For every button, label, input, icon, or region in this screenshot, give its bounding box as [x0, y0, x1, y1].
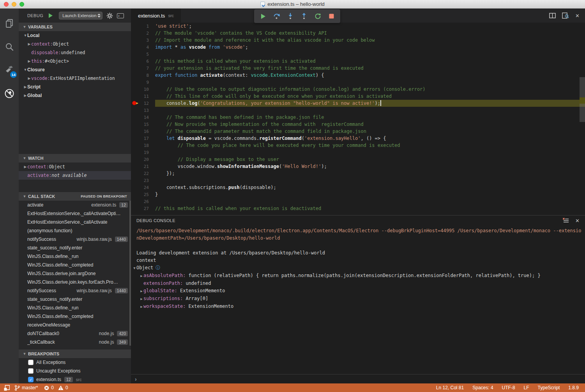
minimize-window-button[interactable]: [12, 2, 16, 7]
console-input[interactable]: ›: [131, 374, 585, 383]
start-debug-icon[interactable]: [49, 13, 53, 18]
debug-config-select[interactable]: Launch Extension: [59, 12, 103, 19]
line-number-gutter[interactable]: 20: [131, 156, 155, 163]
variable-row[interactable]: ▶vscode: ExtHostAPIImplementation: [19, 74, 131, 83]
line-number-gutter[interactable]: 22: [131, 170, 155, 177]
line-number-gutter[interactable]: 1: [131, 23, 155, 30]
callstack-frame-row[interactable]: WinJS.Class.define._run: [19, 252, 131, 261]
callstack-frame-row[interactable]: receiveOneMessage: [19, 321, 131, 329]
close-editor-icon[interactable]: ✕: [575, 13, 580, 19]
step-over-button[interactable]: [272, 11, 282, 21]
breakpoint-checkbox[interactable]: [28, 360, 34, 365]
line-number-gutter[interactable]: 24: [131, 184, 155, 191]
line-number-gutter[interactable]: 17: [131, 135, 155, 142]
problems-indicator[interactable]: 0 0: [42, 383, 69, 392]
line-number-gutter[interactable]: 12: [131, 100, 155, 107]
callstack-frame-row[interactable]: activateextension.ts12: [19, 201, 131, 209]
callstack-frame-row[interactable]: ExtHostExtensionService._callActivateOpt…: [19, 209, 131, 218]
line-number-gutter[interactable]: 6: [131, 58, 155, 65]
callstack-frame-row[interactable]: ExtHostExtensionService._callActivate: [19, 218, 131, 226]
line-number-gutter[interactable]: 23: [131, 177, 155, 184]
close-panel-icon[interactable]: ✕: [575, 218, 580, 224]
callstack-frame-row[interactable]: doNTCallback0node.js420: [19, 329, 131, 338]
console-property-row[interactable]: ▶asAbsolutePath: function (relativePath)…: [136, 272, 582, 280]
console-property-row[interactable]: ▶globalState: ExtensionMemento: [136, 287, 582, 295]
line-number-gutter[interactable]: 3: [131, 37, 155, 44]
sidebar-item-search[interactable]: [0, 37, 19, 57]
tab-extension-ts[interactable]: extension.ts src: [131, 9, 181, 23]
console-property-row[interactable]: extensionPath: undefined: [136, 280, 582, 287]
line-number-gutter[interactable]: 7: [131, 65, 155, 72]
code-editor[interactable]: 1'use strict';2// The module 'vscode' co…: [131, 23, 585, 215]
line-number-gutter[interactable]: 5: [131, 51, 155, 58]
breakpoints-section-header[interactable]: ▼ BREAKPOINTS: [19, 350, 131, 358]
console-property-row[interactable]: ▶subscriptions: Array[0]: [136, 295, 582, 303]
sidebar-item-explorer[interactable]: [0, 13, 19, 34]
configure-gear-icon[interactable]: [106, 12, 113, 19]
callstack-frame-row[interactable]: WinJS.Class.derive.join.argDone: [19, 269, 131, 278]
callstack-frame-row[interactable]: _tickCallbacknode.js349: [19, 338, 131, 346]
sidebar-scrollbar[interactable]: [129, 201, 131, 346]
preview-icon[interactable]: [562, 12, 569, 19]
sidebar-item-git[interactable]: 14: [0, 60, 19, 80]
variable-row[interactable]: ▶context: Object: [19, 40, 131, 48]
line-number-gutter[interactable]: 10: [131, 86, 155, 93]
line-number-gutter[interactable]: 14: [131, 114, 155, 121]
breakpoint-row[interactable]: ✓extension.ts12src: [19, 375, 131, 383]
line-number-gutter[interactable]: 8: [131, 72, 155, 79]
callstack-frame-row[interactable]: WinJS.Class.define._completed: [19, 261, 131, 269]
step-into-button[interactable]: [285, 11, 295, 21]
variable-row[interactable]: disposable: undefined: [19, 48, 131, 57]
close-window-button[interactable]: [4, 2, 9, 7]
sidebar-item-debug[interactable]: [0, 83, 19, 104]
continue-button[interactable]: [258, 11, 268, 21]
line-number-gutter[interactable]: 26: [131, 198, 155, 205]
line-number-gutter[interactable]: 18: [131, 142, 155, 149]
zoom-window-button[interactable]: [19, 2, 24, 7]
callstack-section-header[interactable]: ▼ CALL STACK PAUSED ON BREAKPOINT: [19, 192, 131, 201]
breakpoint-row[interactable]: All Exceptions: [19, 358, 131, 367]
variable-scope-row[interactable]: ▶Script: [19, 83, 131, 91]
variables-section-header[interactable]: ▼ VARIABLES: [19, 23, 131, 31]
console-object-header[interactable]: ▼Objectⓘ: [133, 264, 582, 272]
eol-indicator[interactable]: LF: [524, 385, 529, 390]
line-number-gutter[interactable]: 2: [131, 30, 155, 37]
line-number-gutter[interactable]: 13: [131, 107, 155, 114]
open-repl-icon[interactable]: ›: [117, 13, 124, 18]
watch-row[interactable]: ▶context: Object: [19, 162, 131, 171]
callstack-frame-row[interactable]: WinJS.Class.derive.join.keys.forEach.Pro…: [19, 278, 131, 286]
line-number-gutter[interactable]: 9: [131, 79, 155, 86]
line-number-gutter[interactable]: 25: [131, 191, 155, 198]
line-number-gutter[interactable]: 11: [131, 93, 155, 100]
console-output[interactable]: /Users/bpasero/Development/monaco/.build…: [131, 226, 585, 374]
language-indicator[interactable]: TypeScript: [538, 385, 560, 390]
variable-scope-row[interactable]: ▼Closure: [19, 65, 131, 74]
callstack-frame-row[interactable]: state_success_notify.enter: [19, 244, 131, 252]
callstack-frame-row[interactable]: WinJS.Class.define._run: [19, 304, 131, 312]
breakpoint-checkbox[interactable]: [28, 368, 34, 374]
step-out-button[interactable]: [299, 11, 309, 21]
breakpoint-checkbox[interactable]: ✓: [28, 377, 34, 382]
callstack-frame-row[interactable]: notifySuccesswinjs.base.raw.js1440: [19, 286, 131, 295]
breakpoint-row[interactable]: Uncaught Exceptions: [19, 367, 131, 375]
line-number-gutter[interactable]: 16: [131, 128, 155, 135]
split-editor-icon[interactable]: [549, 13, 556, 18]
encoding-indicator[interactable]: UTF-8: [502, 385, 515, 390]
stop-button[interactable]: [326, 11, 336, 21]
restart-button[interactable]: [313, 11, 323, 21]
variable-row[interactable]: ▶this: #<Object>: [19, 57, 131, 65]
line-number-gutter[interactable]: 27: [131, 205, 155, 212]
variable-scope-row[interactable]: ▼Local: [19, 31, 131, 40]
indentation-indicator[interactable]: Spaces: 4: [472, 385, 493, 390]
cursor-position[interactable]: Ln 12, Col 81: [436, 385, 464, 390]
console-property-row[interactable]: ▶workspaceState: ExtensionMemento: [136, 303, 582, 311]
callstack-frame-row[interactable]: notifySuccesswinjs.base.raw.js1440: [19, 235, 131, 244]
variable-scope-row[interactable]: ▶Global: [19, 91, 131, 100]
callstack-frame-row[interactable]: WinJS.Class.define._completed: [19, 312, 131, 321]
line-number-gutter[interactable]: 4: [131, 44, 155, 51]
watch-section-header[interactable]: ▼ WATCH: [19, 154, 131, 162]
feedback-icon[interactable]: [4, 385, 10, 391]
git-branch-indicator[interactable]: master*: [13, 383, 39, 392]
line-number-gutter[interactable]: 21: [131, 163, 155, 170]
callstack-frame-row[interactable]: state_success_notify.enter: [19, 295, 131, 304]
